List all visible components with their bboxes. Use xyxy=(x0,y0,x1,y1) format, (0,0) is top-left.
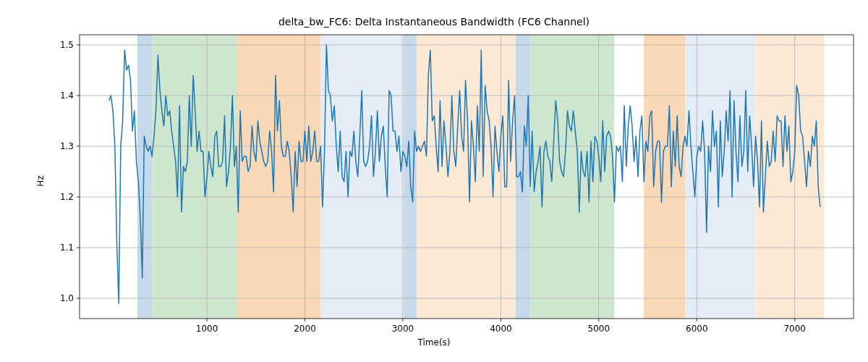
x-tick-label: 3000 xyxy=(392,324,414,334)
y-tick-label: 1.0 xyxy=(60,293,74,303)
x-tick-label: 6000 xyxy=(686,324,708,334)
x-tick-label: 1000 xyxy=(196,324,218,334)
y-tick-label: 1.1 xyxy=(60,243,74,253)
y-tick-label: 1.3 xyxy=(60,141,74,151)
background-band xyxy=(237,35,320,319)
x-tick-label: 4000 xyxy=(490,324,512,334)
background-band xyxy=(152,35,237,319)
background-band xyxy=(320,35,404,319)
background-band xyxy=(615,35,644,319)
x-tick-label: 5000 xyxy=(588,324,610,334)
background-band xyxy=(644,35,685,319)
y-tick-label: 1.2 xyxy=(60,192,74,202)
y-tick-label: 1.5 xyxy=(60,40,74,50)
y-tick-label: 1.4 xyxy=(60,90,74,101)
x-tick-label: 7000 xyxy=(783,324,806,334)
chart-svg: 1000200030004000500060007000 1.01.11.21.… xyxy=(0,0,868,362)
x-tick-label: 2000 xyxy=(294,324,316,334)
background-band xyxy=(137,35,152,319)
